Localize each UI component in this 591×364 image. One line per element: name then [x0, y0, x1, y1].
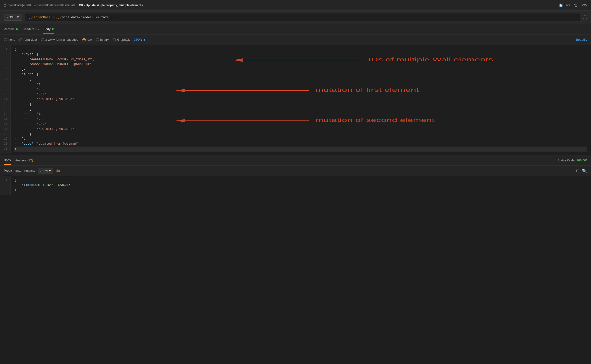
line-numbers: 12345 678910 1112131415 1617181920 21 — [0, 45, 11, 154]
fmt-pretty-label: Pretty — [4, 169, 12, 172]
wrap-icon[interactable]: ⇆ — [56, 168, 60, 174]
breadcrumb-title: OK - Update single property, multiple el… — [79, 4, 143, 7]
response-icons: □ 🔍 — [576, 168, 587, 174]
params-dot — [16, 28, 18, 30]
tab-headers[interactable]: Headers (1) — [23, 25, 39, 33]
radio-binary-circle — [96, 38, 99, 41]
code-line-8: ············"i", — [14, 82, 587, 87]
radio-raw[interactable]: raw — [82, 38, 92, 41]
code-line-4: ········"AAAAK4nDhMSMkSMk5Htf-PTpSoAA_lk… — [14, 62, 587, 67]
radio-formdata-label: form-data — [24, 38, 37, 41]
search-response-button[interactable]: 🔍 — [582, 168, 587, 174]
code-line-21: } — [14, 147, 587, 152]
radio-raw-circle — [82, 38, 86, 41]
save-button[interactable]: 💾 Save — [559, 4, 570, 7]
fmt-tab-pretty[interactable]: Pretty — [4, 166, 12, 175]
resp-tab-body[interactable]: Body — [4, 156, 11, 165]
code-editor[interactable]: 12345 678910 1112131415 1617181920 21 { … — [0, 45, 591, 155]
headers-count: (1) — [35, 28, 39, 31]
code-line-13: ········[ — [14, 107, 587, 112]
save-icon: 💾 — [559, 4, 563, 7]
radio-graphql-label: GraphQL — [117, 38, 130, 41]
radio-formdata-circle — [19, 38, 23, 41]
resp-line-numbers: 123 — [0, 176, 11, 195]
copy-response-button[interactable]: □ — [576, 168, 579, 174]
code-line-7: ········[ — [14, 77, 587, 82]
body-dot — [52, 28, 54, 30]
code-line-11: ············"New string value A" — [14, 97, 587, 102]
code-line-12: ········], — [14, 102, 587, 107]
resp-tab-headers[interactable]: Headers (12) — [15, 156, 33, 164]
code-line-19: ····], — [14, 136, 587, 142]
fmt-json-label: JSON — [40, 169, 48, 173]
info-icon[interactable]: ⓘ — [583, 14, 587, 20]
resp-headers-label: Headers — [15, 159, 26, 162]
breadcrumb: ▢ modeldata/{model ID} / /modeldata/:mod… — [4, 4, 143, 7]
top-bar: ▢ modeldata/{model ID} / /modeldata/:mod… — [0, 0, 591, 11]
radio-none-circle — [4, 38, 7, 41]
code-line-3: ········"AAAAAATEUWm2ZEeev3txuY9_YQsAA_s… — [14, 57, 587, 62]
resp-code-line-2: ····"timestamp": 1644884236216 — [14, 183, 587, 188]
fmt-tab-raw[interactable]: Raw — [15, 167, 21, 175]
code-line-15: ············"z", — [14, 117, 587, 122]
method-chevron: ▼ — [16, 15, 19, 19]
breadcrumb-part2: /modeldata/:modelID/mutate — [39, 4, 75, 7]
code-line-5: ····], — [14, 67, 587, 72]
radio-graphql[interactable]: GraphQL — [113, 38, 130, 41]
resp-headers-count: (12) — [27, 159, 33, 162]
radio-form-data[interactable]: form-data — [19, 38, 37, 41]
save-label: Save — [564, 4, 570, 7]
status-code-label: Status Code — [558, 159, 575, 162]
fmt-tab-preview[interactable]: Preview — [24, 167, 35, 175]
code-line-10: ············"zAc", — [14, 92, 587, 97]
code-icon-button[interactable]: </> — [582, 3, 587, 7]
code-content: { ····"keys": [ ········"AAAAAATEUWm2ZEe… — [11, 45, 591, 154]
json-label: JSON — [134, 38, 142, 41]
status-code-value: 200 OK — [576, 159, 587, 162]
code-line-20: ····"desc": "Updated from Postman" — [14, 142, 587, 147]
response-section: Body Headers (12) Status Code 200 OK Pre… — [0, 155, 591, 195]
code-lines: 12345 678910 1112131415 1617181920 21 { … — [0, 45, 591, 154]
resp-code-line-3: } — [14, 188, 587, 193]
fmt-json-select[interactable]: JSON ▼ — [38, 168, 53, 174]
tab-params-label: Params — [4, 27, 15, 31]
breadcrumb-sep2: / — [77, 4, 78, 7]
tab-headers-label: Headers — [23, 27, 34, 31]
resp-code-content: { ····"timestamp": 1644884236216 } — [11, 176, 591, 195]
code-line-18: ········] — [14, 132, 587, 137]
breadcrumb-part1: modeldata/{model ID} — [8, 4, 35, 7]
url-bar: POST ▼ {{TandemBaseURL}}/modeldata/:mode… — [0, 11, 591, 24]
body-type-row: none form-data x-www-form-urlencoded raw… — [0, 34, 591, 45]
method-select[interactable]: POST ▼ — [4, 14, 22, 21]
url-input[interactable]: {{TandemBaseURL}}/modeldata/:modelID/mut… — [25, 13, 580, 21]
radio-none-label: none — [8, 38, 15, 41]
resp-body-label: Body — [4, 158, 11, 162]
code-line-16: ············"zAc", — [14, 122, 587, 127]
fmt-json-chevron: ▼ — [49, 169, 52, 173]
breadcrumb-sep1: / — [37, 4, 38, 7]
request-tabs: Params Headers (1) Body — [0, 24, 591, 34]
radio-graphql-circle — [113, 38, 116, 41]
radio-binary-label: binary — [100, 38, 109, 41]
status-code-area: Status Code 200 OK — [558, 159, 587, 162]
tab-params[interactable]: Params — [4, 25, 18, 33]
json-format-select[interactable]: JSON ▼ — [134, 38, 146, 41]
tab-body[interactable]: Body — [43, 25, 54, 33]
top-bar-actions: 💾 Save 🗑 </> — [559, 3, 587, 7]
radio-urlencoded[interactable]: x-www-form-urlencoded — [41, 38, 78, 41]
code-line-1: { — [14, 47, 587, 52]
code-line-2: ····"keys": [ — [14, 52, 587, 57]
radio-binary[interactable]: binary — [96, 38, 109, 41]
fmt-raw-label: Raw — [15, 169, 21, 173]
delete-button[interactable]: 🗑 — [574, 3, 578, 7]
radio-none[interactable]: none — [4, 38, 15, 41]
url-base: {{TandemBaseURL}} — [28, 15, 60, 19]
radio-urlencoded-circle — [41, 38, 44, 41]
response-code: 123 { ····"timestamp": 1644884236216 } — [0, 176, 591, 195]
breadcrumb-doc-icon: ▢ — [4, 4, 6, 7]
code-line-17: ············"New string value B" — [14, 127, 587, 132]
tab-body-label: Body — [43, 27, 51, 31]
beautify-button[interactable]: Beautify — [576, 38, 587, 41]
fmt-preview-label: Preview — [24, 169, 35, 173]
radio-urlencoded-label: x-www-form-urlencoded — [45, 38, 78, 41]
